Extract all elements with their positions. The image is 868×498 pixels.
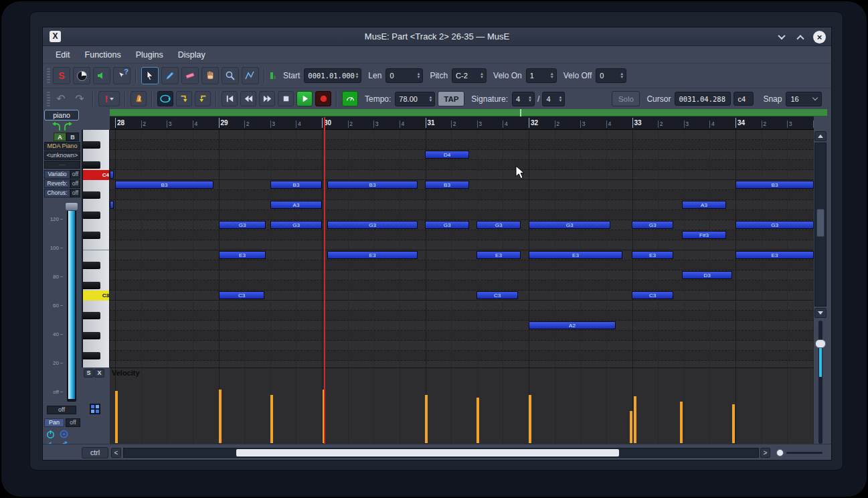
scroll-left-button[interactable]: < — [111, 448, 121, 458]
velocity-bar[interactable] — [529, 395, 531, 443]
record-button[interactable] — [315, 91, 331, 106]
midi-note-E3[interactable]: E3 — [219, 251, 266, 259]
undo-button[interactable]: ↶ — [53, 91, 69, 106]
variation-control-value[interactable]: off — [70, 170, 80, 179]
reverb-control-value[interactable]: off — [70, 179, 80, 188]
midi-note-G3[interactable]: G3 — [219, 221, 266, 229]
midi-note-G3[interactable]: G3 — [425, 221, 469, 229]
midi-note-E3[interactable]: E3 — [327, 251, 418, 259]
pan-tool-button[interactable] — [201, 67, 219, 84]
midi-note-G3[interactable]: G3 — [735, 221, 814, 229]
vertical-zoom-knob[interactable] — [815, 339, 826, 348]
chorus-control-label[interactable]: Chorus: — [44, 189, 70, 197]
play-button[interactable] — [296, 91, 313, 106]
arrow-next-part-icon[interactable] — [63, 122, 74, 131]
midi-note-C3[interactable]: C3 — [632, 291, 673, 299]
close-button[interactable]: × — [813, 31, 826, 44]
scroll-down-button[interactable] — [814, 308, 827, 318]
midi-note-B3[interactable]: B3 — [735, 181, 814, 189]
midi-note-B3[interactable]: B3 — [425, 181, 469, 189]
midi-note-G3[interactable]: G3 — [270, 221, 322, 229]
menu-item-functions[interactable]: Functions — [78, 46, 128, 64]
menu-item-display[interactable]: Display — [171, 46, 213, 64]
spinner-arrows-icon[interactable] — [355, 72, 359, 79]
velocity-bar[interactable] — [115, 391, 118, 443]
midi-note-E3[interactable]: E3 — [476, 251, 521, 259]
midi-note-D4[interactable]: D4 — [425, 151, 469, 159]
stop-button[interactable] — [278, 91, 294, 106]
pencil-tool-button[interactable] — [161, 67, 179, 84]
note-canvas[interactable]: D4B3B3B3B3B3A3A3G3G3G3G3G3G3G3G3F#3E3E3E… — [110, 130, 814, 367]
punch-out-button[interactable] — [195, 91, 211, 106]
piano-key-black[interactable] — [83, 352, 100, 359]
rewind-button[interactable] — [240, 91, 256, 106]
shade-button[interactable] — [776, 31, 788, 43]
eraser-tool-button[interactable] — [181, 67, 199, 84]
ctrl-grid-icon[interactable] — [90, 404, 100, 414]
len-spinbox[interactable]: 0 — [385, 68, 423, 83]
start-spinbox[interactable]: 0001.01.000 — [304, 68, 361, 83]
piano-key-black[interactable] — [83, 332, 100, 339]
piano-key-black[interactable] — [83, 191, 100, 199]
snap-dropdown[interactable]: 16 — [786, 92, 822, 106]
controller-b-button[interactable]: B — [66, 133, 79, 141]
scroll-right-button[interactable]: > — [760, 448, 770, 458]
forward-button[interactable] — [259, 91, 275, 106]
midi-note-B3[interactable]: B3 — [270, 181, 322, 189]
velocity-bar[interactable] — [634, 396, 636, 443]
whats-this-button[interactable]: ? — [113, 67, 131, 84]
midi-note-G3[interactable]: G3 — [529, 221, 610, 229]
piano-key-black[interactable] — [83, 232, 100, 239]
empty-selector[interactable]: — — [44, 161, 80, 169]
signature-denominator-spinbox[interactable]: 4 — [542, 92, 565, 106]
velo-off-spinbox[interactable]: 0 — [596, 68, 626, 83]
midi-note-G3[interactable]: G3 — [632, 221, 673, 229]
pan-value[interactable]: off — [66, 418, 80, 427]
redo-button[interactable]: ↷ — [72, 91, 88, 106]
spinner-arrows-icon[interactable] — [428, 96, 432, 102]
midi-note-B3[interactable]: B3 — [327, 181, 418, 189]
midi-note-E3[interactable]: E3 — [632, 251, 673, 259]
velocity-bar[interactable] — [630, 411, 632, 443]
pointer-tool-button[interactable] — [141, 67, 159, 84]
horizontal-scrollbar-track[interactable] — [123, 448, 759, 458]
spinner-arrows-icon[interactable] — [558, 96, 562, 102]
horizontal-scrollbar-thumb[interactable] — [236, 449, 619, 456]
controller-close-button[interactable]: X — [94, 369, 104, 378]
midi-note-A3[interactable]: A3 — [682, 201, 726, 209]
midi-note-A3[interactable]: A3 — [270, 201, 322, 209]
midi-note-G3[interactable]: G3 — [476, 221, 521, 229]
scroll-up-button[interactable] — [814, 131, 827, 141]
midi-note-B3[interactable]: B3 — [115, 181, 213, 189]
power-icon[interactable] — [46, 429, 56, 439]
piano-key-black[interactable] — [83, 262, 100, 269]
horizontal-zoom-track[interactable] — [786, 452, 822, 454]
tap-tempo-button[interactable]: TAP — [438, 91, 464, 106]
tempo-spinbox[interactable]: 78.00 — [395, 92, 435, 106]
midi-note-A2[interactable]: A2 — [529, 321, 616, 329]
draw-lines-tool-button[interactable] — [242, 67, 259, 84]
part-name-tab[interactable]: piano — [44, 110, 79, 120]
arrow-prev-part-icon[interactable] — [51, 122, 62, 131]
piano-key-black[interactable] — [83, 312, 100, 319]
timeline-ruler[interactable]: 28234292343023431234322343323434234 — [110, 116, 814, 130]
midi-input-button[interactable] — [73, 67, 90, 84]
horizontal-zoom-knob[interactable] — [776, 449, 784, 456]
spinner-arrows-icon[interactable] — [620, 72, 624, 79]
velo-on-spinbox[interactable]: 1 — [526, 68, 557, 83]
record-enable-icon[interactable] — [59, 429, 69, 439]
midi-note-F#3[interactable]: F#3 — [682, 231, 726, 239]
midi-note-D3[interactable]: D3 — [682, 271, 732, 279]
variation-control-label[interactable]: Variatio — [44, 170, 70, 179]
spinner-arrows-icon[interactable] — [528, 96, 532, 102]
controller-a-button[interactable]: A — [54, 133, 66, 141]
piano-key-black[interactable] — [83, 282, 100, 289]
loop-button[interactable] — [157, 91, 173, 106]
ctrl-button[interactable]: ctrl — [82, 447, 108, 459]
patch-name[interactable]: <unknown> — [44, 151, 80, 160]
piano-key-black[interactable] — [83, 141, 100, 149]
midi-note-C3[interactable]: C3 — [219, 291, 264, 299]
panic-button[interactable]: ! — [98, 91, 120, 106]
zoom-tool-button[interactable] — [222, 67, 239, 84]
vertical-scrollbar-thumb[interactable] — [816, 209, 824, 237]
